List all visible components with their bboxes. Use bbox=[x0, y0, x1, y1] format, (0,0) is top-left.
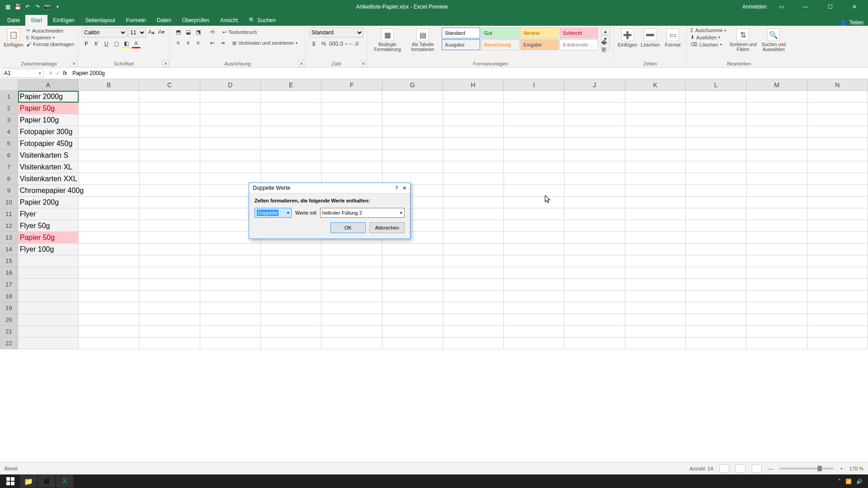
camera-icon[interactable]: 📷 bbox=[43, 3, 52, 11]
cell[interactable] bbox=[504, 91, 564, 103]
format-cells-button[interactable]: ▭Format bbox=[663, 28, 683, 47]
cell[interactable] bbox=[79, 302, 139, 314]
style-erkl-render-[interactable]: Erklärender ... bbox=[560, 39, 598, 50]
cell[interactable] bbox=[321, 338, 382, 349]
row-header[interactable]: 5 bbox=[0, 138, 18, 150]
align-right-icon[interactable]: ≡ bbox=[193, 38, 203, 47]
cell[interactable] bbox=[564, 150, 625, 161]
row-header[interactable]: 9 bbox=[0, 185, 18, 197]
cell[interactable] bbox=[564, 208, 625, 220]
cell[interactable] bbox=[504, 173, 565, 185]
cell[interactable] bbox=[79, 138, 139, 150]
cell[interactable] bbox=[625, 185, 686, 197]
col-header-B[interactable]: B bbox=[79, 79, 139, 90]
dialog-help-icon[interactable]: ? bbox=[395, 185, 398, 191]
cell[interactable] bbox=[686, 114, 746, 126]
cell[interactable]: Fotopapier 450g bbox=[18, 138, 79, 150]
cell[interactable] bbox=[139, 244, 200, 255]
cell[interactable] bbox=[139, 103, 200, 114]
percent-icon[interactable]: % bbox=[319, 39, 328, 48]
cell[interactable] bbox=[807, 161, 868, 173]
comma-icon[interactable]: 000 bbox=[329, 39, 338, 48]
style-standard[interactable]: Standard bbox=[442, 28, 480, 38]
cell[interactable] bbox=[200, 244, 261, 255]
cell[interactable] bbox=[261, 279, 321, 291]
cell[interactable] bbox=[504, 197, 564, 208]
number-format-select[interactable]: Standard bbox=[309, 28, 363, 38]
cell[interactable] bbox=[200, 126, 261, 138]
cell[interactable] bbox=[625, 232, 686, 244]
cell[interactable] bbox=[625, 161, 686, 173]
cell[interactable] bbox=[443, 255, 504, 267]
cell[interactable] bbox=[625, 279, 686, 291]
cell[interactable] bbox=[261, 103, 321, 114]
cell[interactable]: Visitenkarten XXL bbox=[18, 173, 79, 185]
cell[interactable] bbox=[200, 138, 261, 150]
cell[interactable] bbox=[746, 114, 807, 126]
copy-button[interactable]: ⎘Kopieren▾ bbox=[26, 35, 74, 40]
cell[interactable] bbox=[504, 126, 564, 138]
cell[interactable]: Chromepapier 400g bbox=[18, 185, 79, 197]
cell[interactable] bbox=[625, 267, 686, 279]
cell[interactable] bbox=[564, 255, 625, 267]
redo-icon[interactable]: ↷ bbox=[33, 3, 42, 11]
cell[interactable] bbox=[18, 267, 79, 279]
cell[interactable] bbox=[686, 326, 746, 338]
align-middle-icon[interactable]: ⬓ bbox=[184, 28, 193, 37]
cell[interactable] bbox=[504, 244, 564, 255]
cell[interactable] bbox=[382, 291, 443, 302]
cell[interactable] bbox=[746, 197, 807, 208]
cell[interactable] bbox=[746, 338, 807, 349]
cell[interactable] bbox=[321, 150, 382, 161]
cell[interactable] bbox=[79, 220, 139, 232]
cell[interactable] bbox=[18, 279, 79, 291]
col-header-G[interactable]: G bbox=[382, 79, 443, 90]
cell[interactable] bbox=[443, 138, 504, 150]
cell[interactable] bbox=[200, 314, 261, 326]
format-painter-button[interactable]: 🖌Format übertragen bbox=[26, 42, 74, 47]
cell[interactable] bbox=[504, 220, 564, 232]
cell[interactable] bbox=[200, 150, 261, 161]
name-box[interactable]: A1▾ bbox=[2, 69, 43, 78]
dialog-type-select[interactable]: Doppelte▾ bbox=[255, 208, 292, 218]
style-schlecht[interactable]: Schlecht bbox=[560, 28, 598, 38]
cell[interactable] bbox=[746, 244, 807, 255]
cell[interactable] bbox=[443, 150, 504, 161]
cell[interactable] bbox=[139, 161, 200, 173]
tab-daten[interactable]: Daten bbox=[151, 15, 177, 26]
cell[interactable] bbox=[504, 314, 564, 326]
cell[interactable] bbox=[261, 314, 321, 326]
taskbar-explorer-icon[interactable]: 📁 bbox=[20, 475, 37, 488]
cell[interactable] bbox=[686, 232, 746, 244]
cell[interactable] bbox=[321, 126, 382, 138]
cell[interactable] bbox=[200, 161, 261, 173]
grid[interactable]: ABCDEFGHIJKLMN 1Papier 2000g2Papier 50g3… bbox=[0, 79, 868, 463]
cell[interactable] bbox=[261, 244, 321, 255]
dialog-close-icon[interactable]: ✕ bbox=[402, 185, 406, 191]
cell[interactable] bbox=[625, 326, 686, 338]
clipboard-launcher[interactable]: ⇲ bbox=[71, 60, 77, 66]
paste-button[interactable]: 📋 Einfügen bbox=[4, 28, 24, 47]
cell[interactable] bbox=[200, 279, 261, 291]
cell[interactable] bbox=[443, 302, 504, 314]
cell[interactable] bbox=[200, 326, 261, 338]
cell[interactable] bbox=[261, 338, 321, 349]
cell[interactable] bbox=[261, 150, 321, 161]
delete-cells-button[interactable]: ➖Löschen bbox=[640, 28, 660, 47]
cell[interactable] bbox=[807, 326, 868, 338]
cell[interactable] bbox=[564, 161, 625, 173]
cell[interactable] bbox=[504, 255, 564, 267]
cell[interactable] bbox=[443, 220, 504, 232]
cell[interactable] bbox=[504, 326, 564, 338]
cut-button[interactable]: ✂Ausschneiden bbox=[26, 28, 74, 33]
tab-formeln[interactable]: Formeln bbox=[121, 15, 151, 26]
cell[interactable] bbox=[564, 197, 625, 208]
row-header[interactable]: 15 bbox=[0, 255, 18, 267]
cell[interactable]: Papier 50g bbox=[18, 103, 79, 114]
cell[interactable] bbox=[261, 161, 321, 173]
cell[interactable] bbox=[382, 267, 443, 279]
find-select-button[interactable]: 🔍Suchen und Auswählen bbox=[760, 28, 788, 52]
cell[interactable] bbox=[504, 267, 564, 279]
decrease-indent-icon[interactable]: ⇤ bbox=[208, 38, 217, 47]
cell[interactable] bbox=[443, 161, 504, 173]
